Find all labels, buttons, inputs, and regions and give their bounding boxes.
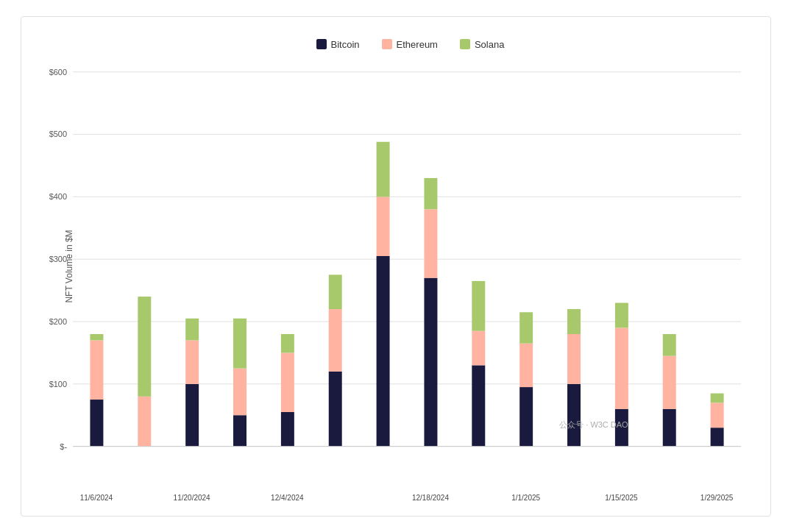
svg-rect-24	[233, 318, 246, 368]
svg-rect-47	[614, 327, 628, 408]
ethereum-swatch	[382, 39, 392, 49]
svg-rect-15	[90, 340, 103, 400]
svg-rect-38	[472, 330, 485, 365]
svg-rect-25	[280, 411, 294, 446]
svg-rect-54	[710, 393, 723, 402]
svg-rect-44	[567, 333, 581, 383]
svg-rect-18	[138, 297, 151, 397]
svg-rect-37	[472, 365, 485, 446]
svg-text:$-: $-	[60, 441, 67, 450]
bitcoin-swatch	[316, 39, 327, 49]
svg-rect-45	[567, 309, 581, 334]
chart-legend: Bitcoin Ethereum Solana	[73, 39, 748, 50]
chart-svg: $-$100$200$300$400$500$600公众号 · W3C DAO	[73, 65, 748, 468]
solana-swatch	[460, 39, 470, 49]
svg-rect-33	[376, 141, 389, 196]
x-tick-label: 1/29/2025	[700, 494, 734, 502]
svg-rect-51	[662, 333, 675, 355]
svg-text:$100: $100	[49, 379, 66, 388]
svg-rect-14	[90, 400, 103, 447]
chart-container: Bitcoin Ethereum Solana NFT Volume in $M…	[21, 16, 771, 517]
bitcoin-label: Bitcoin	[331, 39, 360, 50]
svg-rect-29	[328, 309, 341, 372]
solana-label: Solana	[475, 39, 504, 50]
svg-rect-22	[233, 415, 246, 446]
svg-rect-36	[424, 177, 437, 208]
svg-rect-20	[185, 340, 199, 383]
chart-area: NFT Volume in $M $-$100$200$300$400$500$…	[73, 65, 748, 468]
svg-rect-21	[185, 318, 199, 340]
ethereum-label: Ethereum	[397, 39, 438, 50]
x-tick-label: 12/18/2024	[412, 494, 449, 502]
svg-rect-39	[472, 280, 485, 330]
svg-rect-43	[567, 383, 581, 446]
svg-rect-23	[233, 368, 246, 415]
svg-rect-34	[424, 277, 437, 446]
svg-rect-50	[662, 355, 675, 408]
svg-rect-26	[280, 352, 294, 412]
svg-rect-35	[424, 209, 437, 277]
svg-text:公众号 · W3C DAO: 公众号 · W3C DAO	[558, 420, 628, 429]
x-tick-label: 11/6/2024	[80, 494, 113, 502]
svg-rect-53	[710, 402, 723, 428]
svg-rect-17	[138, 396, 151, 446]
x-tick-label: 1/1/2025	[511, 494, 540, 502]
svg-rect-19	[185, 383, 199, 446]
svg-text:$400: $400	[49, 192, 66, 201]
x-tick-label: 11/20/2024	[174, 494, 210, 502]
svg-rect-40	[519, 387, 533, 447]
svg-rect-16	[90, 333, 103, 339]
svg-rect-48	[614, 302, 628, 327]
x-tick-label: 1/15/2025	[605, 494, 638, 502]
svg-rect-49	[662, 408, 675, 446]
legend-item-bitcoin: Bitcoin	[316, 39, 360, 50]
svg-rect-27	[280, 333, 294, 352]
svg-text:$200: $200	[49, 317, 66, 326]
svg-rect-30	[328, 274, 341, 309]
svg-rect-32	[376, 196, 389, 256]
svg-rect-42	[519, 312, 533, 343]
svg-rect-31	[376, 255, 389, 446]
legend-item-solana: Solana	[460, 39, 504, 50]
svg-rect-41	[519, 343, 533, 386]
svg-text:$500: $500	[49, 130, 66, 138]
svg-text:$300: $300	[49, 255, 66, 263]
svg-rect-28	[328, 371, 341, 446]
svg-rect-52	[710, 428, 723, 446]
x-tick-label: 12/4/2024	[271, 494, 304, 502]
legend-item-ethereum: Ethereum	[382, 39, 438, 50]
svg-text:$600: $600	[49, 67, 66, 76]
